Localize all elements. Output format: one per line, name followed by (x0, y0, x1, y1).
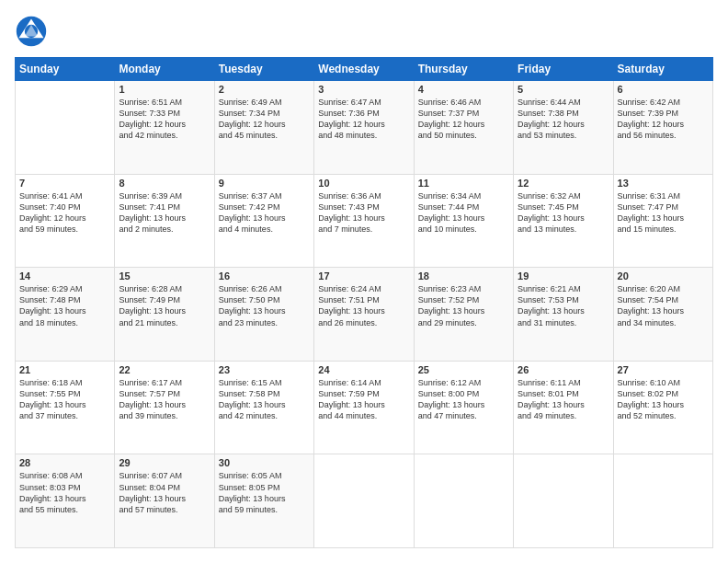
calendar-cell: 16Sunrise: 6:26 AM Sunset: 7:50 PM Dayli… (214, 268, 313, 362)
day-info: Sunrise: 6:47 AM Sunset: 7:36 PM Dayligh… (318, 97, 409, 142)
day-info: Sunrise: 6:42 AM Sunset: 7:39 PM Dayligh… (618, 97, 709, 142)
header (15, 15, 713, 48)
day-number: 18 (418, 270, 509, 282)
day-info: Sunrise: 6:08 AM Sunset: 8:03 PM Dayligh… (19, 470, 110, 515)
day-info: Sunrise: 6:14 AM Sunset: 7:59 PM Dayligh… (318, 377, 409, 422)
day-number: 26 (518, 364, 609, 375)
calendar-cell: 28Sunrise: 6:08 AM Sunset: 8:03 PM Dayli… (16, 454, 115, 548)
day-number: 14 (19, 270, 110, 282)
day-number: 3 (318, 84, 409, 95)
day-number: 10 (318, 178, 409, 189)
col-header-monday: Monday (115, 58, 214, 81)
day-info: Sunrise: 6:10 AM Sunset: 8:02 PM Dayligh… (618, 377, 709, 422)
week-row-1: 1Sunrise: 6:51 AM Sunset: 7:33 PM Daylig… (16, 81, 713, 175)
day-number: 23 (219, 364, 310, 375)
day-number: 2 (219, 84, 310, 95)
day-info: Sunrise: 6:39 AM Sunset: 7:41 PM Dayligh… (119, 190, 210, 236)
calendar-cell: 25Sunrise: 6:12 AM Sunset: 8:00 PM Dayli… (414, 361, 513, 454)
day-number: 28 (19, 457, 110, 468)
calendar-cell: 9Sunrise: 6:37 AM Sunset: 7:42 PM Daylig… (214, 174, 313, 268)
day-info: Sunrise: 6:12 AM Sunset: 8:00 PM Dayligh… (418, 377, 509, 422)
calendar-cell (514, 454, 613, 548)
col-header-sunday: Sunday (16, 58, 115, 81)
calendar-cell: 6Sunrise: 6:42 AM Sunset: 7:39 PM Daylig… (613, 81, 712, 175)
day-info: Sunrise: 6:36 AM Sunset: 7:43 PM Dayligh… (318, 190, 409, 236)
day-info: Sunrise: 6:20 AM Sunset: 7:54 PM Dayligh… (618, 283, 709, 328)
calendar-cell: 13Sunrise: 6:31 AM Sunset: 7:47 PM Dayli… (613, 174, 712, 268)
calendar-cell: 3Sunrise: 6:47 AM Sunset: 7:36 PM Daylig… (314, 81, 414, 175)
col-header-saturday: Saturday (613, 58, 712, 81)
calendar-cell: 30Sunrise: 6:05 AM Sunset: 8:05 PM Dayli… (214, 454, 313, 548)
day-info: Sunrise: 6:21 AM Sunset: 7:53 PM Dayligh… (518, 283, 609, 328)
day-number: 24 (318, 364, 409, 375)
calendar-cell (314, 454, 414, 548)
day-info: Sunrise: 6:26 AM Sunset: 7:50 PM Dayligh… (219, 283, 310, 328)
calendar-cell: 7Sunrise: 6:41 AM Sunset: 7:40 PM Daylig… (16, 174, 115, 268)
col-header-tuesday: Tuesday (214, 58, 313, 81)
calendar-cell: 26Sunrise: 6:11 AM Sunset: 8:01 PM Dayli… (514, 361, 613, 454)
day-number: 13 (618, 178, 709, 189)
calendar-cell (16, 81, 115, 175)
header-row: SundayMondayTuesdayWednesdayThursdayFrid… (16, 58, 713, 81)
day-number: 5 (518, 84, 609, 95)
day-info: Sunrise: 6:05 AM Sunset: 8:05 PM Dayligh… (219, 470, 310, 515)
day-number: 11 (418, 178, 509, 189)
page: SundayMondayTuesdayWednesdayThursdayFrid… (0, 0, 728, 563)
day-info: Sunrise: 6:32 AM Sunset: 7:45 PM Dayligh… (518, 190, 609, 236)
calendar-cell: 24Sunrise: 6:14 AM Sunset: 7:59 PM Dayli… (314, 361, 414, 454)
calendar-cell: 11Sunrise: 6:34 AM Sunset: 7:44 PM Dayli… (414, 174, 513, 268)
day-info: Sunrise: 6:29 AM Sunset: 7:48 PM Dayligh… (19, 283, 110, 328)
day-number: 19 (518, 270, 609, 282)
day-number: 4 (418, 84, 509, 95)
day-info: Sunrise: 6:46 AM Sunset: 7:37 PM Dayligh… (418, 97, 509, 142)
calendar-cell: 17Sunrise: 6:24 AM Sunset: 7:51 PM Dayli… (314, 268, 414, 362)
day-info: Sunrise: 6:18 AM Sunset: 7:55 PM Dayligh… (19, 377, 110, 422)
day-info: Sunrise: 6:49 AM Sunset: 7:34 PM Dayligh… (219, 97, 310, 142)
day-info: Sunrise: 6:24 AM Sunset: 7:51 PM Dayligh… (318, 283, 409, 328)
calendar-cell: 8Sunrise: 6:39 AM Sunset: 7:41 PM Daylig… (115, 174, 214, 268)
week-row-5: 28Sunrise: 6:08 AM Sunset: 8:03 PM Dayli… (16, 454, 713, 548)
calendar-cell: 12Sunrise: 6:32 AM Sunset: 7:45 PM Dayli… (514, 174, 613, 268)
day-number: 1 (119, 84, 210, 95)
day-number: 20 (618, 270, 709, 282)
week-row-2: 7Sunrise: 6:41 AM Sunset: 7:40 PM Daylig… (16, 174, 713, 268)
calendar-cell: 20Sunrise: 6:20 AM Sunset: 7:54 PM Dayli… (613, 268, 712, 362)
day-number: 8 (119, 178, 210, 189)
logo-icon (15, 15, 48, 48)
day-number: 30 (219, 457, 310, 468)
day-number: 29 (119, 457, 210, 468)
day-info: Sunrise: 6:07 AM Sunset: 8:04 PM Dayligh… (119, 470, 210, 515)
col-header-thursday: Thursday (414, 58, 513, 81)
day-number: 17 (318, 270, 409, 282)
day-info: Sunrise: 6:51 AM Sunset: 7:33 PM Dayligh… (119, 97, 210, 142)
calendar-cell (613, 454, 712, 548)
day-number: 15 (119, 270, 210, 282)
calendar-cell: 23Sunrise: 6:15 AM Sunset: 7:58 PM Dayli… (214, 361, 313, 454)
calendar-cell: 10Sunrise: 6:36 AM Sunset: 7:43 PM Dayli… (314, 174, 414, 268)
calendar-cell: 5Sunrise: 6:44 AM Sunset: 7:38 PM Daylig… (514, 81, 613, 175)
calendar-cell: 18Sunrise: 6:23 AM Sunset: 7:52 PM Dayli… (414, 268, 513, 362)
logo (15, 15, 51, 48)
calendar-cell: 4Sunrise: 6:46 AM Sunset: 7:37 PM Daylig… (414, 81, 513, 175)
calendar-cell: 27Sunrise: 6:10 AM Sunset: 8:02 PM Dayli… (613, 361, 712, 454)
calendar-cell: 15Sunrise: 6:28 AM Sunset: 7:49 PM Dayli… (115, 268, 214, 362)
day-number: 7 (19, 178, 110, 189)
col-header-friday: Friday (514, 58, 613, 81)
day-number: 6 (618, 84, 709, 95)
day-number: 27 (618, 364, 709, 375)
calendar-cell: 14Sunrise: 6:29 AM Sunset: 7:48 PM Dayli… (16, 268, 115, 362)
calendar-cell (414, 454, 513, 548)
day-info: Sunrise: 6:31 AM Sunset: 7:47 PM Dayligh… (618, 190, 709, 236)
day-number: 21 (19, 364, 110, 375)
day-number: 16 (219, 270, 310, 282)
day-info: Sunrise: 6:34 AM Sunset: 7:44 PM Dayligh… (418, 190, 509, 236)
calendar-cell: 19Sunrise: 6:21 AM Sunset: 7:53 PM Dayli… (514, 268, 613, 362)
week-row-4: 21Sunrise: 6:18 AM Sunset: 7:55 PM Dayli… (16, 361, 713, 454)
calendar-table: SundayMondayTuesdayWednesdayThursdayFrid… (15, 57, 713, 548)
day-info: Sunrise: 6:37 AM Sunset: 7:42 PM Dayligh… (219, 190, 310, 236)
day-number: 25 (418, 364, 509, 375)
day-info: Sunrise: 6:44 AM Sunset: 7:38 PM Dayligh… (518, 97, 609, 142)
calendar-cell: 1Sunrise: 6:51 AM Sunset: 7:33 PM Daylig… (115, 81, 214, 175)
calendar-cell: 2Sunrise: 6:49 AM Sunset: 7:34 PM Daylig… (214, 81, 313, 175)
week-row-3: 14Sunrise: 6:29 AM Sunset: 7:48 PM Dayli… (16, 268, 713, 362)
